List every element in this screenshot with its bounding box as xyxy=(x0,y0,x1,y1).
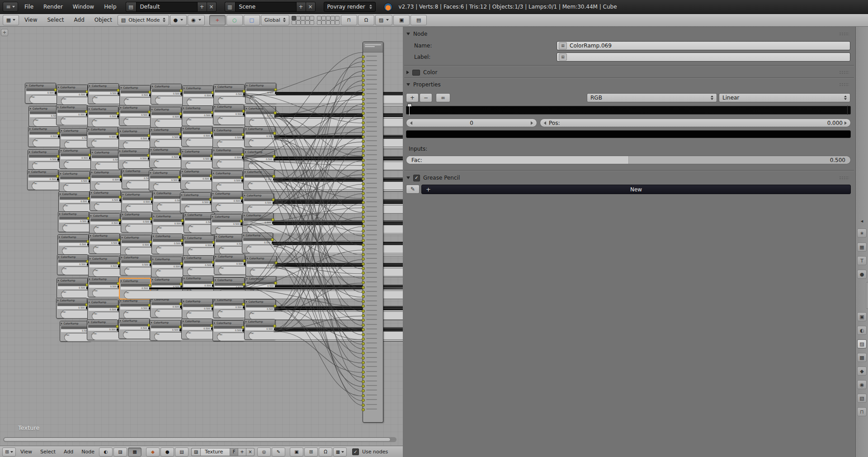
color-output-socket[interactable] xyxy=(271,218,274,221)
collapse-triangle-icon[interactable] xyxy=(29,128,31,130)
color-output-socket[interactable] xyxy=(274,261,278,264)
fac-input-socket[interactable] xyxy=(123,118,125,121)
collapse-triangle-icon[interactable] xyxy=(245,171,246,173)
node-pos-slider[interactable]: 0.500 xyxy=(245,328,274,330)
node-header[interactable]: ColorRamp xyxy=(119,299,150,303)
colorramp-node[interactable]: ColorRamp0.500Fac0.500 xyxy=(212,320,244,341)
add-stop-button[interactable]: + xyxy=(406,93,419,102)
colorramp-node[interactable]: ColorRamp0.500Fac0.500 xyxy=(212,171,243,191)
fac-input-socket[interactable] xyxy=(184,205,186,208)
collapse-triangle-icon[interactable] xyxy=(89,85,90,87)
colorramp-node[interactable]: ColorRamp0.500Fac0.500 xyxy=(58,191,90,212)
colorramp-node[interactable]: ColorRamp0.500Fac0.500 xyxy=(242,213,274,233)
node-pos-slider[interactable]: 0.500 xyxy=(120,137,148,140)
collapse-triangle-icon[interactable] xyxy=(214,106,216,108)
node-pos-slider[interactable]: 0.500 xyxy=(150,179,179,181)
collapse-triangle-icon[interactable] xyxy=(120,320,121,322)
colorramp-node[interactable]: ColorRamp0.500Fac0.500 xyxy=(150,127,181,148)
fac-input-socket[interactable] xyxy=(32,182,33,185)
input-socket[interactable] xyxy=(362,65,365,68)
node-header[interactable]: ColorRamp xyxy=(214,278,244,282)
decrement-arrow-icon[interactable] xyxy=(410,121,412,125)
node-pos-slider[interactable]: 0.500 xyxy=(92,158,120,161)
layer-dot[interactable] xyxy=(335,20,340,25)
layer-dot[interactable] xyxy=(310,16,314,20)
decrement-arrow-icon[interactable] xyxy=(544,121,546,125)
colorramp-node[interactable]: ColorRamp0.500Fac0.500 xyxy=(245,256,277,276)
collapse-triangle-icon[interactable] xyxy=(57,300,59,301)
menu-help[interactable]: Help xyxy=(99,0,121,14)
node-pos-slider[interactable]: 0.500 xyxy=(181,201,210,204)
collapse-triangle-icon[interactable] xyxy=(121,87,122,89)
colorramp-node[interactable]: ColorRamp0.500Fac0.500 xyxy=(212,148,243,168)
node-pos-slider[interactable]: 0.500 xyxy=(89,308,117,311)
fac-input-socket[interactable] xyxy=(249,332,250,335)
fac-input-socket[interactable] xyxy=(93,246,94,249)
node-pos-slider[interactable]: 0.500 xyxy=(215,93,243,95)
colorramp-node[interactable]: ColorRamp0.500Fac0.500 xyxy=(57,278,88,299)
node-pos-slider[interactable]: 0.500 xyxy=(244,201,273,204)
colorramp-node[interactable]: ColorRamp0.500Fac0.500 xyxy=(180,169,212,190)
color-output-socket[interactable] xyxy=(148,284,151,287)
input-socket[interactable] xyxy=(362,229,365,233)
colorramp-node[interactable]: ColorRamp0.500Fac0.500 xyxy=(87,300,118,320)
fac-input-socket[interactable] xyxy=(187,268,189,271)
layout-name-field[interactable]: Default xyxy=(136,2,198,12)
colorramp-node[interactable]: ColorRamp0.500Fac0.500 xyxy=(152,214,183,234)
fac-input-socket[interactable] xyxy=(29,95,31,99)
collapse-triangle-icon[interactable] xyxy=(183,107,184,109)
colorramp-node[interactable]: ColorRamp0.500Fac0.500 xyxy=(25,83,56,104)
node-header[interactable]: ColorRamp xyxy=(214,85,244,89)
interpolation-dropdown[interactable]: Linear xyxy=(719,93,850,102)
node-header[interactable]: ColorRamp xyxy=(122,169,152,173)
input-socket[interactable] xyxy=(362,163,365,167)
collapse-triangle-icon[interactable] xyxy=(181,194,183,196)
input-socket[interactable] xyxy=(362,305,365,308)
node-pos-slider[interactable]: 0.500 xyxy=(90,242,118,244)
node-pos-slider[interactable]: 0.500 xyxy=(246,114,274,117)
input-socket[interactable] xyxy=(362,352,365,355)
fac-input-socket[interactable] xyxy=(155,119,156,123)
node-header[interactable]: ColorRamp xyxy=(243,193,274,198)
colorramp-node[interactable]: ColorRamp0.500Fac0.500 xyxy=(57,85,88,105)
fac-input-socket[interactable] xyxy=(185,181,186,185)
menu-view[interactable]: View xyxy=(20,17,42,23)
node-pos-slider[interactable]: 0.500 xyxy=(61,329,90,332)
node-header[interactable]: ColorRamp xyxy=(245,127,275,131)
colorramp-node[interactable]: ColorRamp0.500Fac0.500 xyxy=(87,319,118,340)
node-pos-slider[interactable]: 0.500 xyxy=(89,115,117,118)
collapse-triangle-icon[interactable] xyxy=(60,173,61,175)
input-socket[interactable] xyxy=(362,290,365,294)
node-header[interactable]: ColorRamp xyxy=(60,148,90,153)
collapse-triangle-icon[interactable] xyxy=(119,150,121,152)
node-pos-slider[interactable]: 0.500 xyxy=(151,136,179,138)
collapse-triangle-icon[interactable] xyxy=(183,128,184,129)
colorramp-node[interactable]: ColorRamp0.500Fac0.500 xyxy=(244,126,275,147)
collapse-triangle-icon[interactable] xyxy=(152,258,154,260)
node-header[interactable]: ColorRamp xyxy=(245,83,276,88)
node-header[interactable]: ColorRamp xyxy=(180,193,211,197)
auto-render-toggle[interactable]: ⊞ xyxy=(304,447,318,457)
collapse-triangle-icon[interactable] xyxy=(90,235,91,237)
node-pos-slider[interactable]: 0.500 xyxy=(120,327,148,329)
node-header[interactable]: ColorRamp xyxy=(90,170,121,175)
node-pos-slider[interactable]: 0.500 xyxy=(243,241,272,244)
node-name-field[interactable]: ⊞ ColorRamp.069 xyxy=(557,41,850,50)
unlink-texture-button[interactable]: × xyxy=(246,448,255,456)
fac-input-socket[interactable] xyxy=(124,98,125,101)
node-pos-slider[interactable]: 0.500 xyxy=(151,305,180,308)
colorramp-node[interactable]: ColorRamp0.500Fac0.500 xyxy=(213,84,245,105)
input-socket[interactable] xyxy=(362,206,365,209)
transform-orientation-dropdown[interactable]: Global xyxy=(261,15,289,25)
fac-input-socket[interactable] xyxy=(33,139,34,142)
multi-input-node[interactable] xyxy=(363,42,383,423)
collapse-triangle-icon[interactable] xyxy=(60,193,61,195)
ring-icon[interactable]: ◉ xyxy=(857,380,867,389)
panel-drag-dots[interactable] xyxy=(839,32,849,36)
colorramp-node[interactable]: ColorRamp0.500Fac0.500 xyxy=(214,254,245,275)
pin-toggle[interactable]: ◎ xyxy=(257,447,271,457)
texture-name-field[interactable]: Texture xyxy=(200,448,230,456)
snap-element-dropdown[interactable]: ▦ xyxy=(333,447,347,457)
colorramp-node[interactable]: ColorRamp0.500Fac0.500 xyxy=(150,297,181,318)
collapse-triangle-icon[interactable] xyxy=(122,237,123,238)
